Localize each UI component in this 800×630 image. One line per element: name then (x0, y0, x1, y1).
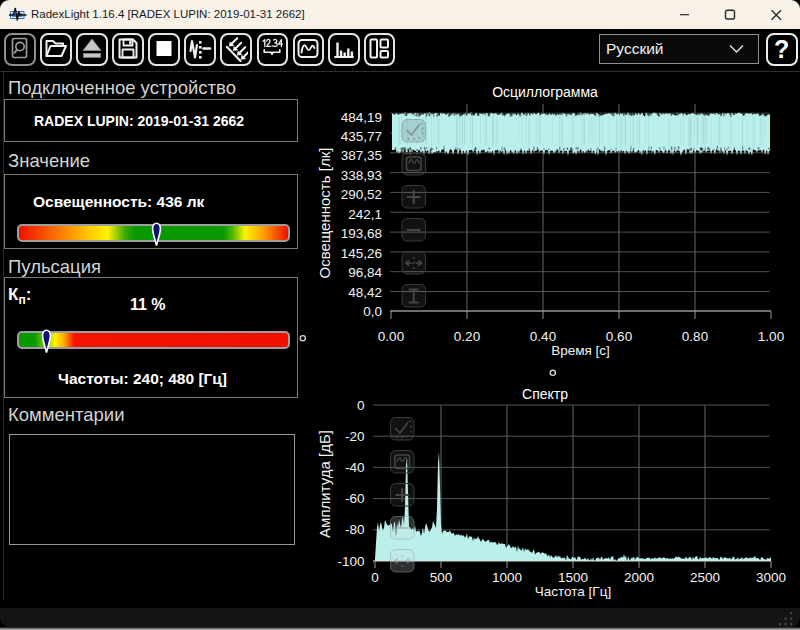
svg-text:0.60: 0.60 (606, 329, 632, 344)
svg-text:0,0: 0,0 (363, 304, 382, 319)
svg-text:0.80: 0.80 (682, 329, 708, 344)
svg-text:Спектр: Спектр (522, 386, 568, 402)
svg-text:-100: -100 (337, 554, 364, 569)
svg-text:96,84: 96,84 (348, 265, 382, 280)
svg-text:1500: 1500 (558, 570, 588, 585)
svg-text:338,93: 338,93 (341, 168, 382, 183)
svg-text:2000: 2000 (624, 570, 654, 585)
svg-text:387,35: 387,35 (341, 148, 382, 163)
svg-text:145,26: 145,26 (341, 246, 382, 261)
svg-text:0.20: 0.20 (454, 329, 480, 344)
svg-text:Осциллограмма: Осциллограмма (492, 84, 598, 100)
svg-text:Время [с]: Время [с] (551, 343, 610, 358)
svg-text:Освещенность [лк]: Освещенность [лк] (316, 148, 333, 279)
svg-text:48,42: 48,42 (348, 285, 382, 300)
svg-text:-80: -80 (345, 522, 365, 537)
svg-text:0.40: 0.40 (530, 329, 556, 344)
svg-text:484,19: 484,19 (341, 110, 382, 125)
svg-text:290,52: 290,52 (341, 187, 382, 202)
svg-text:1.00: 1.00 (758, 329, 784, 344)
svg-text:-40: -40 (345, 460, 365, 475)
svg-text:500: 500 (430, 570, 453, 585)
svg-text:1000: 1000 (492, 570, 522, 585)
svg-text:193,68: 193,68 (341, 226, 382, 241)
svg-text:435,77: 435,77 (341, 129, 382, 144)
svg-text:0: 0 (357, 398, 365, 413)
svg-text:0.00: 0.00 (378, 329, 404, 344)
svg-text:-60: -60 (345, 491, 365, 506)
svg-text:2500: 2500 (690, 570, 720, 585)
svg-text:0: 0 (371, 570, 379, 585)
svg-text:Амплитуда [дБ]: Амплитуда [дБ] (316, 430, 333, 538)
svg-text:-20: -20 (345, 429, 365, 444)
svg-text:Частота [Гц]: Частота [Гц] (535, 584, 611, 599)
svg-text:242,1: 242,1 (348, 207, 382, 222)
svg-text:3000: 3000 (756, 570, 786, 585)
